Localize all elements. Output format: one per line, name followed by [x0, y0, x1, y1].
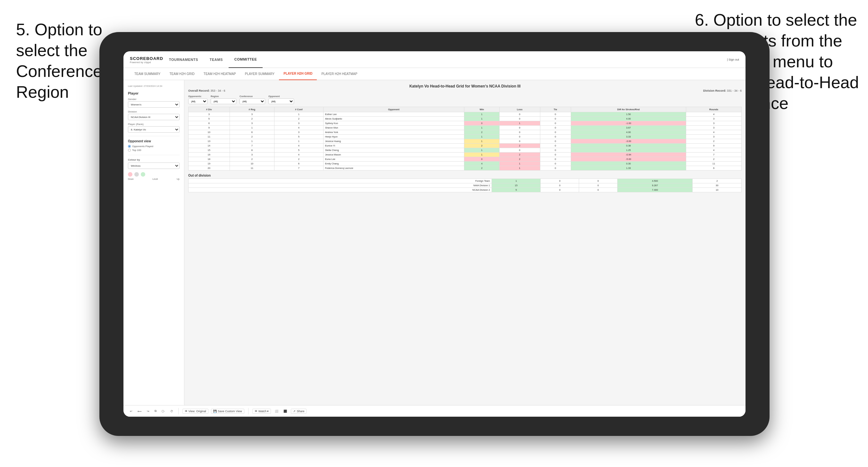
- colour-labels: Down Level Up: [128, 178, 180, 180]
- cell-div: 13: [189, 139, 230, 144]
- region-select[interactable]: (All): [211, 98, 236, 104]
- radio-opponents-played[interactable]: Opponents Played: [128, 145, 180, 148]
- last-updated: Last Updated: 27/03/2024 14:34: [128, 85, 180, 88]
- out-of-div-row: Foreign Team 1 0 0 4.500 2: [189, 179, 742, 183]
- cell-opponent: Euna Lee: [323, 157, 464, 161]
- col-win: Win: [464, 107, 500, 112]
- cell-opponent: Alexis Sudjianto: [323, 117, 464, 121]
- sign-out[interactable]: | Sign out: [727, 58, 739, 61]
- radio-top100[interactable]: Top 100: [128, 149, 180, 152]
- eye-icon: 👁: [185, 410, 188, 413]
- out-cell-diff: 4.500: [617, 179, 692, 183]
- player-rank-select[interactable]: 8. Katelyn Vo: [128, 126, 180, 133]
- sub-nav-player-h2h-grid[interactable]: PLAYER H2H GRID: [279, 68, 317, 80]
- cell-tie: 0: [540, 121, 571, 126]
- sub-nav-team-h2h-grid[interactable]: TEAM H2H GRID: [165, 68, 199, 80]
- col-tie: Tie: [540, 107, 571, 112]
- cell-diff: -0.94: [571, 153, 686, 157]
- copy-btn[interactable]: ⧉: [153, 409, 158, 413]
- cell-loss: 0: [499, 148, 540, 153]
- player-section-title: Player: [128, 91, 180, 95]
- cell-reg: 2: [229, 117, 275, 121]
- cell-rounds: 4: [686, 148, 742, 153]
- cell-diff: 4.00: [571, 117, 686, 121]
- cell-loss: 0: [499, 139, 540, 144]
- redo-step-back[interactable]: ⟵: [136, 409, 143, 413]
- table-row: 14 7 4 Eunice Yi 2 2 0 0.38 9: [189, 144, 742, 148]
- cell-diff: 3.33: [571, 135, 686, 139]
- table-row: 11 2 5 Heejo Hyun 1 0 0 3.33 3: [189, 135, 742, 139]
- cell-reg: 3: [229, 121, 275, 126]
- view-original-btn[interactable]: 👁 View: Original: [182, 409, 209, 414]
- save-custom-view-btn[interactable]: 💾 Save Custom View: [211, 409, 244, 414]
- toolbar-extra-2[interactable]: ⬛: [282, 409, 288, 413]
- table-row: 6 3 3 Sydney Kuo 0 1 0 -1.00 3: [189, 121, 742, 126]
- sub-nav-team-summary[interactable]: TEAM SUMMARY: [130, 68, 165, 80]
- sub-nav-player-summary[interactable]: PLAYER SUMMARY: [241, 68, 279, 80]
- toolbar-extra-1[interactable]: ⬜: [274, 409, 280, 413]
- cell-reg: 1: [229, 126, 275, 130]
- cell-tie: 0: [540, 112, 571, 117]
- cell-win: 1: [464, 112, 500, 117]
- out-cell-loss: 0: [540, 183, 579, 188]
- cell-diff: 4.00: [571, 130, 686, 135]
- sub-nav-team-h2h-heatmap[interactable]: TEAM H2H HEATMAP: [199, 68, 241, 80]
- cell-div: 15: [189, 148, 230, 153]
- table-row: 13 1 1 Jessica Huang 1 0 0 -3.00 2: [189, 139, 742, 144]
- gender-label: Gender: [128, 98, 180, 101]
- sub-nav-player-h2h-heatmap[interactable]: PLAYER H2H HEATMAP: [317, 68, 362, 80]
- cell-conf: 3: [275, 130, 323, 135]
- cell-reg: 3: [229, 112, 275, 117]
- cell-div: 6: [189, 121, 230, 126]
- cell-div: 18: [189, 157, 230, 161]
- undo-btn[interactable]: ↩: [129, 409, 134, 413]
- cell-win: 2: [464, 144, 500, 148]
- clock-btn[interactable]: ⏱: [169, 409, 175, 413]
- watch-btn[interactable]: 👁 Watch ▾: [252, 409, 271, 414]
- opponents-filter-group: Opponents: (All): [188, 95, 208, 104]
- cell-opponent: Eunice Yi: [323, 144, 464, 148]
- gender-select[interactable]: Women's Men's: [128, 101, 180, 108]
- cell-opponent: Emily Chang: [323, 161, 464, 166]
- cell-win: 1: [464, 117, 500, 121]
- redo-btn[interactable]: ↪: [146, 409, 151, 413]
- cell-loss: 1: [499, 161, 540, 166]
- nav-teams[interactable]: TEAMS: [204, 51, 228, 68]
- share-btn[interactable]: ↗ Share: [291, 409, 307, 414]
- opponent-select[interactable]: (All): [268, 98, 294, 104]
- opponents-select[interactable]: (All): [188, 98, 208, 104]
- col-div: # Div: [189, 107, 230, 112]
- table-row: 9 1 4 Sharon Mun 1 0 0 3.67 3: [189, 126, 742, 130]
- cell-tie: 0: [540, 130, 571, 135]
- out-of-div-table: Foreign Team 1 0 0 4.500 2 NAIA Division…: [188, 179, 742, 192]
- cell-div: 9: [189, 126, 230, 130]
- app-container: SCOREBOARD Powered by clippd TOURNAMENTS…: [123, 51, 745, 417]
- cell-loss: 0: [499, 130, 540, 135]
- conference-select[interactable]: (All): [240, 98, 265, 104]
- cell-conf: 3: [275, 121, 323, 126]
- colour-by-select[interactable]: Win/loss: [128, 162, 180, 169]
- cell-diff: -5.00: [571, 157, 686, 161]
- table-row: 19 10 6 Emily Chang 4 1 0 0.30 11: [189, 161, 742, 166]
- cell-tie: 0: [540, 135, 571, 139]
- colour-legend-area: Down Level Up: [128, 172, 180, 180]
- out-cell-win: 15: [492, 183, 540, 188]
- paste-btn[interactable]: ⬡·: [160, 409, 166, 413]
- out-cell-win: 5: [492, 188, 540, 192]
- cell-rounds: 2: [686, 139, 742, 144]
- logo: SCOREBOARD Powered by clippd: [130, 56, 163, 63]
- cell-win: 2: [464, 166, 500, 170]
- col-rounds: Rounds: [686, 107, 742, 112]
- cell-loss: 0: [499, 126, 540, 130]
- division-select[interactable]: NCAA Division III: [128, 114, 180, 120]
- cell-diff: 0.38: [571, 144, 686, 148]
- cell-tie: 0: [540, 153, 571, 157]
- cell-conf: 1: [275, 112, 323, 117]
- out-cell-rounds: 10: [692, 188, 742, 192]
- cell-conf: 4: [275, 153, 323, 157]
- nav-tournaments[interactable]: TOURNAMENTS: [163, 51, 204, 68]
- radio-dot-top100: [128, 149, 131, 152]
- cell-loss: 0: [499, 117, 540, 121]
- nav-committee[interactable]: COMMITTEE: [228, 51, 263, 68]
- cell-win: 4: [464, 161, 500, 166]
